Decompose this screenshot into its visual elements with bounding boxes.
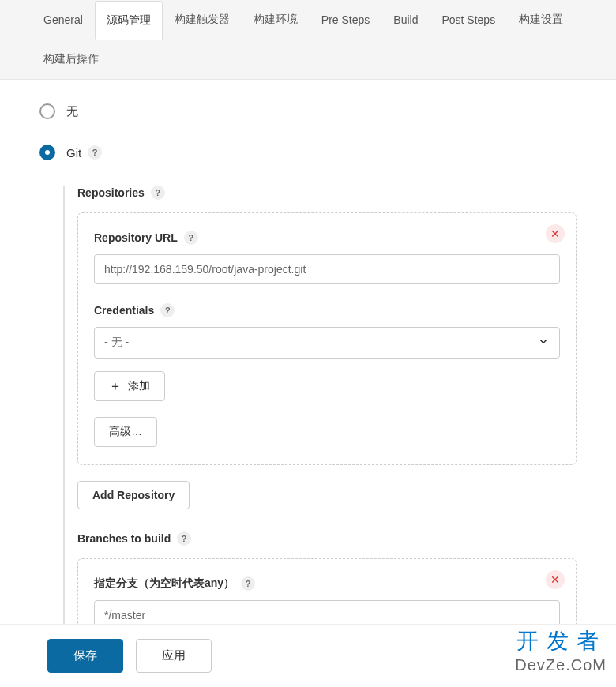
save-button[interactable]: 保存: [47, 639, 123, 673]
radio-item-git: Git ?: [39, 145, 577, 160]
tab-presteps[interactable]: Pre Steps: [310, 1, 381, 39]
tab-buildsettings[interactable]: 构建设置: [507, 0, 575, 39]
content-area: 无 Git ? Repositories ? ✕ Repository URL …: [0, 80, 616, 680]
tab-poststeps[interactable]: Post Steps: [430, 1, 507, 39]
scm-radio-group: 无 Git ?: [39, 103, 577, 160]
repositories-label: Repositories ?: [77, 186, 577, 200]
repo-url-input[interactable]: [94, 254, 560, 284]
footer-bar: 保存 应用: [0, 624, 616, 687]
add-credentials-button[interactable]: ＋ 添加: [94, 371, 165, 401]
repository-box: ✕ Repository URL ? Credentials ? - 无 - ＋…: [77, 212, 577, 465]
credentials-select[interactable]: - 无 -: [94, 327, 560, 359]
tab-general[interactable]: General: [32, 1, 95, 39]
radio-git-label: Git: [66, 146, 81, 160]
repo-url-label: Repository URL ?: [94, 231, 560, 245]
radio-git[interactable]: [39, 145, 55, 160]
repo-url-text: Repository URL: [94, 231, 178, 244]
help-icon[interactable]: ?: [241, 576, 255, 591]
add-button-label: 添加: [128, 379, 150, 393]
branches-label: Branches to build ?: [77, 531, 577, 546]
git-section: Repositories ? ✕ Repository URL ? Creden…: [63, 186, 577, 648]
apply-button[interactable]: 应用: [136, 639, 212, 673]
tab-postactions[interactable]: 构建后操作: [32, 39, 111, 79]
tabs-row-2: 构建后操作: [32, 39, 584, 79]
credentials-text: Credentials: [94, 304, 154, 317]
help-icon[interactable]: ?: [177, 531, 191, 546]
help-icon[interactable]: ?: [88, 145, 102, 160]
tab-env[interactable]: 构建环境: [242, 0, 310, 39]
tabs-row: General 源码管理 构建触发器 构建环境 Pre Steps Build …: [32, 0, 584, 39]
tab-build[interactable]: Build: [381, 1, 430, 39]
branches-text: Branches to build: [77, 532, 171, 545]
add-repository-button[interactable]: Add Repository: [77, 481, 190, 509]
tabs-container: General 源码管理 构建触发器 构建环境 Pre Steps Build …: [0, 0, 616, 80]
help-icon[interactable]: ?: [151, 186, 165, 200]
help-icon[interactable]: ?: [184, 231, 198, 245]
tab-scm[interactable]: 源码管理: [95, 1, 163, 40]
credentials-label: Credentials ?: [94, 303, 560, 317]
credentials-select-wrapper: - 无 -: [94, 327, 560, 359]
radio-none[interactable]: [39, 103, 55, 119]
branch-spec-text: 指定分支（为空时代表any）: [94, 576, 235, 591]
radio-item-none: 无: [39, 103, 577, 119]
tab-triggers[interactable]: 构建触发器: [163, 0, 242, 39]
close-icon[interactable]: ✕: [546, 224, 565, 243]
close-icon[interactable]: ✕: [546, 570, 565, 589]
help-icon[interactable]: ?: [160, 303, 175, 317]
repositories-text: Repositories: [77, 186, 145, 199]
branch-spec-label: 指定分支（为空时代表any） ?: [94, 576, 560, 591]
plus-icon: ＋: [109, 380, 122, 392]
advanced-button[interactable]: 高级…: [94, 417, 157, 447]
radio-none-label: 无: [66, 104, 78, 119]
